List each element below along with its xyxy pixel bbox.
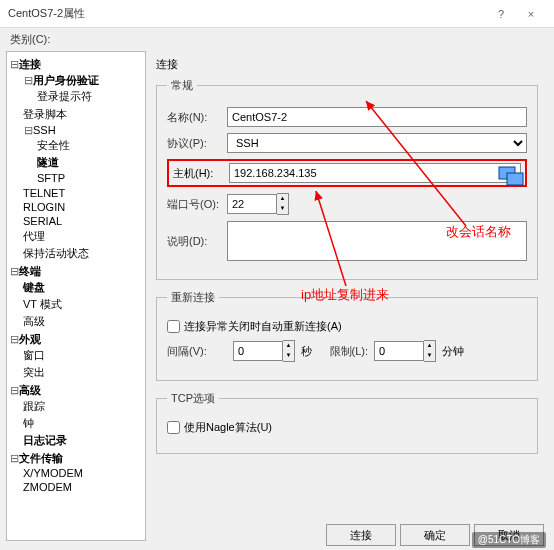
titlebar: CentOS7-2属性 ? × xyxy=(0,0,554,28)
tree-advanced[interactable]: 高级 xyxy=(23,315,45,327)
tree-user-auth[interactable]: 用户身份验证 xyxy=(33,74,99,86)
connect-button[interactable]: 连接 xyxy=(326,524,396,546)
tree-keepalive[interactable]: 保持活动状态 xyxy=(23,247,89,259)
port-down[interactable]: ▼ xyxy=(277,204,288,214)
tree-trace[interactable]: 跟踪 xyxy=(23,400,45,412)
tree-toggle[interactable]: ⊟ xyxy=(23,124,33,137)
nagle-label: 使用Nagle算法(U) xyxy=(184,420,272,435)
nagle-checkbox[interactable] xyxy=(167,421,180,434)
tree-toggle[interactable]: ⊟ xyxy=(9,333,19,346)
tree-connection[interactable]: 连接 xyxy=(19,58,41,70)
general-group: 常规 名称(N): 协议(P): SSH 主机(H): 端口号(O): ▲▼ xyxy=(156,78,538,280)
general-legend: 常规 xyxy=(167,78,197,93)
interval-label: 间隔(V): xyxy=(167,344,227,359)
reconnect-legend: 重新连接 xyxy=(167,290,219,305)
tree-bell[interactable]: 钟 xyxy=(23,417,34,429)
port-label: 端口号(O): xyxy=(167,197,227,212)
tree-tunnel[interactable]: 隧道 xyxy=(37,156,59,168)
tree-proxy[interactable]: 代理 xyxy=(23,230,45,242)
name-label: 名称(N): xyxy=(167,110,227,125)
reconnect-label: 连接异常关闭时自动重新连接(A) xyxy=(184,319,342,334)
watermark: @51CTO博客 xyxy=(472,532,546,548)
help-button[interactable]: ? xyxy=(486,8,516,20)
tcp-group: TCP选项 使用Nagle算法(U) xyxy=(156,391,538,454)
section-connection: 连接 xyxy=(156,55,538,78)
host-input[interactable] xyxy=(229,163,521,183)
down-icon[interactable]: ▼ xyxy=(424,351,435,361)
tree-appearance[interactable]: 外观 xyxy=(19,333,41,345)
content-pane: 连接 常规 名称(N): 协议(P): SSH 主机(H): 端口号(O): ▲… xyxy=(146,51,548,541)
desc-label: 说明(D): xyxy=(167,234,227,249)
tree-xymodem[interactable]: X/YMODEM xyxy=(23,467,83,479)
tree-rlogin[interactable]: RLOGIN xyxy=(23,201,65,213)
protocol-label: 协议(P): xyxy=(167,136,227,151)
tree-toggle[interactable]: ⊟ xyxy=(9,452,19,465)
up-icon[interactable]: ▲ xyxy=(283,341,294,351)
tree-telnet[interactable]: TELNET xyxy=(23,187,65,199)
svg-rect-1 xyxy=(507,173,523,185)
tree-toggle[interactable]: ⊟ xyxy=(9,58,19,71)
ok-button[interactable]: 确定 xyxy=(400,524,470,546)
tree-toggle[interactable]: ⊟ xyxy=(23,74,33,87)
tree-terminal[interactable]: 终端 xyxy=(19,265,41,277)
category-label: 类别(C): xyxy=(0,28,554,51)
down-icon[interactable]: ▼ xyxy=(283,351,294,361)
tree-toggle[interactable]: ⊟ xyxy=(9,265,19,278)
tree-security[interactable]: 安全性 xyxy=(37,139,70,151)
tree-vt[interactable]: VT 模式 xyxy=(23,298,62,310)
tree-login-prompt[interactable]: 登录提示符 xyxy=(37,90,92,102)
tree-keyboard[interactable]: 键盘 xyxy=(23,281,45,293)
host-label: 主机(H): xyxy=(173,166,229,181)
host-row-highlight: 主机(H): xyxy=(167,159,527,187)
desc-input[interactable] xyxy=(227,221,527,261)
min-label: 分钟 xyxy=(442,344,464,359)
name-input[interactable] xyxy=(227,107,527,127)
tree-highlight[interactable]: 突出 xyxy=(23,366,45,378)
port-input[interactable] xyxy=(227,194,277,214)
reconnect-group: 重新连接 连接异常关闭时自动重新连接(A) 间隔(V): ▲▼ 秒 限制(L):… xyxy=(156,290,538,381)
tree-advanced2[interactable]: 高级 xyxy=(19,384,41,396)
port-up[interactable]: ▲ xyxy=(277,194,288,204)
protocol-select[interactable]: SSH xyxy=(227,133,527,153)
sec-label: 秒 xyxy=(301,344,312,359)
tree-transfer[interactable]: 文件传输 xyxy=(19,452,63,464)
interval-input[interactable] xyxy=(233,341,283,361)
tree-window[interactable]: 窗口 xyxy=(23,349,45,361)
tree-toggle[interactable]: ⊟ xyxy=(9,384,19,397)
tree-zmodem[interactable]: ZMODEM xyxy=(23,481,72,493)
tcp-legend: TCP选项 xyxy=(167,391,219,406)
limit-label: 限制(L): xyxy=(318,344,368,359)
tree-ssh[interactable]: SSH xyxy=(33,124,56,136)
limit-input[interactable] xyxy=(374,341,424,361)
category-tree: ⊟连接 ⊟用户身份验证 登录提示符 登录脚本 ⊟SSH 安全性 隧道 SFTP … xyxy=(6,51,146,541)
window-title: CentOS7-2属性 xyxy=(8,6,486,21)
tree-serial[interactable]: SERIAL xyxy=(23,215,62,227)
computer-icon xyxy=(497,165,525,189)
tree-login-script[interactable]: 登录脚本 xyxy=(23,108,67,120)
close-button[interactable]: × xyxy=(516,8,546,20)
tree-sftp[interactable]: SFTP xyxy=(37,172,65,184)
dialog-footer: 连接 确定 取消 xyxy=(0,524,554,546)
tree-logging[interactable]: 日志记录 xyxy=(23,434,67,446)
up-icon[interactable]: ▲ xyxy=(424,341,435,351)
reconnect-checkbox[interactable] xyxy=(167,320,180,333)
